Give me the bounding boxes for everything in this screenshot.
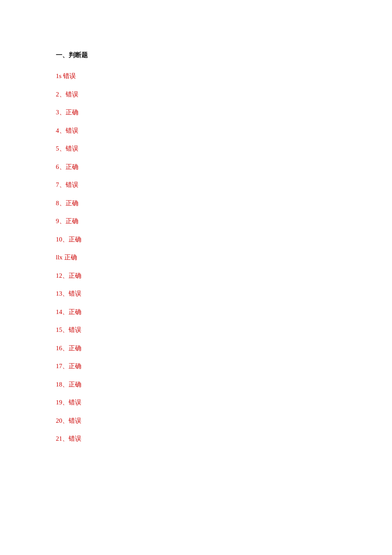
answer-item-9: 9、正确: [56, 216, 336, 226]
answer-item-2: 2、错误: [56, 90, 336, 99]
answer-item-6: 6、正确: [56, 162, 336, 172]
answer-item-19: 19、错误: [56, 398, 336, 407]
answer-item-13: 13、错误: [56, 289, 336, 299]
answer-item-5: 5、错误: [56, 144, 336, 154]
answer-item-3: 3、正确: [56, 108, 336, 117]
answer-item-20: 20、错误: [56, 416, 336, 426]
answer-item-11: llx 正确: [56, 253, 336, 262]
answer-item-18: 18、正确: [56, 380, 336, 389]
page-container: 一、判断题 1s 错误2、错误3、正确4、错误5、错误6、正确7、错误8、正确9…: [0, 0, 392, 486]
answer-item-8: 8、正确: [56, 198, 336, 208]
answer-item-7: 7、错误: [56, 180, 336, 190]
answer-item-15: 15、错误: [56, 325, 336, 335]
answer-item-21: 21、错误: [56, 434, 336, 444]
answer-item-17: 17、正确: [56, 361, 336, 371]
answer-item-1: 1s 错误: [56, 71, 336, 81]
answer-item-16: 16、正确: [56, 343, 336, 353]
answer-item-14: 14、正确: [56, 307, 336, 317]
answer-item-10: 10、正确: [56, 235, 336, 244]
section-title: 一、判断题: [56, 51, 336, 59]
answer-item-4: 4、错误: [56, 126, 336, 136]
answers-container: 1s 错误2、错误3、正确4、错误5、错误6、正确7、错误8、正确9、正确10、…: [56, 71, 336, 444]
answer-item-12: 12、正确: [56, 271, 336, 281]
